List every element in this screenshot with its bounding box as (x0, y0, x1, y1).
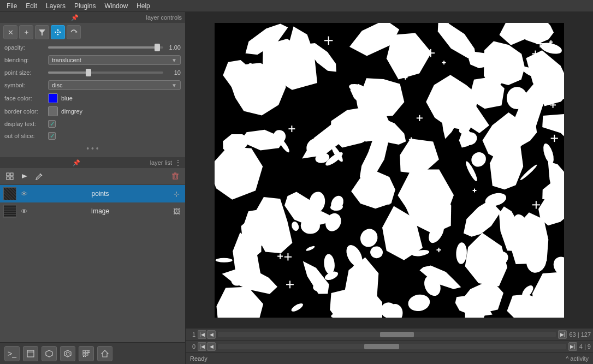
svg-marker-3 (55, 31, 56, 33)
symbol-selected: disc (52, 82, 63, 88)
svg-rect-7 (7, 173, 9, 176)
scroll-prev-1[interactable]: ◀ (207, 330, 216, 339)
scroll-start-1[interactable]: |◀ (198, 330, 206, 339)
window-btn[interactable] (23, 346, 38, 361)
scroll-track-1[interactable] (218, 332, 556, 337)
layer-list-header: 📌 layer list ⋮ (0, 157, 185, 168)
symbol-dropdown[interactable]: disc ▼ (48, 80, 181, 90)
shape-btn[interactable] (41, 346, 57, 361)
canvas-container[interactable] (186, 12, 593, 328)
layer-item-image[interactable]: 👁 Image 🖼 (0, 202, 185, 220)
scroll-end-1[interactable]: ▶| (558, 330, 567, 339)
svg-rect-12 (173, 174, 177, 179)
main-layout: 📌 layer controls ✕ ＋ (0, 12, 593, 364)
layer-controls-header: 📌 layer controls (0, 12, 185, 23)
console-btn[interactable]: >_ (4, 346, 20, 361)
face-color-name: blue (61, 95, 73, 102)
svg-rect-8 (10, 173, 13, 176)
point-size-fill (48, 71, 88, 74)
scroll-prev-2[interactable]: ◀ (207, 342, 216, 351)
opacity-thumb[interactable] (155, 44, 160, 51)
svg-rect-5 (57, 32, 58, 33)
menu-layers[interactable]: Layers (41, 1, 70, 11)
layer-arrow-btn[interactable] (18, 170, 31, 183)
scroll-nav-2: |◀ ◀ (198, 342, 216, 351)
symbol-label: symbol: (4, 82, 48, 88)
display-text-value: ✓ (48, 120, 181, 128)
layer-visibility-image[interactable]: 👁 (19, 206, 29, 217)
menu-plugins[interactable]: Plugins (70, 1, 100, 11)
blending-dropdown[interactable]: translucent ▼ (48, 55, 181, 65)
canvas-area: 1 |◀ ◀ ▶| 63 | 127 0 |◀ ◀ (186, 12, 593, 364)
layer-visibility-points[interactable]: 👁 (19, 188, 29, 199)
svg-rect-28 (83, 356, 84, 357)
svg-marker-4 (60, 31, 61, 33)
menu-window[interactable]: Window (100, 1, 132, 11)
scroll-nav-1: |◀ ◀ (198, 330, 216, 339)
controls-section: ✕ ＋ (0, 23, 185, 157)
svg-marker-1 (57, 29, 59, 31)
scroll-bar-2 (364, 344, 399, 349)
layer-edit-btn[interactable] (33, 170, 46, 183)
grid-btn[interactable] (79, 346, 94, 361)
face-color-value: blue (48, 93, 181, 103)
transform-btn[interactable] (67, 25, 81, 39)
main-canvas[interactable] (215, 23, 564, 318)
menu-file[interactable]: File (2, 1, 21, 11)
scroll-row-2: 0 |◀ ◀ ▶| 4 | 9 (186, 340, 593, 352)
svg-rect-24 (83, 353, 85, 355)
close-layer-btn[interactable]: ✕ (3, 25, 17, 39)
point-size-row: point size: 10 (0, 67, 185, 79)
blending-selected: translucent (52, 57, 81, 63)
display-text-checkbox[interactable]: ✓ (48, 120, 56, 128)
blending-value: translucent ▼ (48, 55, 181, 65)
scroll-nav-2-right: ▶| (568, 342, 577, 351)
menu-edit[interactable]: Edit (21, 1, 41, 11)
layer-controls-panel: 📌 layer controls ✕ ＋ (0, 12, 185, 157)
add-layer-btn[interactable]: ＋ (19, 25, 33, 39)
svg-rect-10 (10, 177, 13, 180)
display-text-label: display text: (4, 121, 48, 127)
scroll-end-2[interactable]: ▶| (568, 342, 577, 351)
svg-marker-19 (46, 350, 52, 357)
statusbar: Ready ^ activity (186, 352, 593, 364)
layer-list-menu-icon[interactable]: ⋮ (174, 158, 182, 167)
face-color-box[interactable] (48, 93, 58, 103)
scroll-start-2[interactable]: |◀ (198, 342, 206, 351)
move-btn[interactable] (51, 25, 65, 39)
layer-item-points[interactable]: 👁 points ⊹ (0, 185, 185, 202)
home-btn[interactable] (97, 346, 112, 361)
svg-marker-0 (39, 29, 45, 35)
opacity-track[interactable] (48, 46, 163, 49)
layer-thumb-points (3, 187, 16, 200)
border-color-box[interactable] (48, 106, 58, 116)
layer-name-image: Image (32, 207, 169, 215)
point-size-value: 10 (165, 69, 181, 76)
menu-help[interactable]: Help (132, 1, 155, 11)
point-size-thumb[interactable] (86, 69, 91, 76)
pin-icon: 📌 (71, 14, 79, 21)
layer-delete-btn[interactable] (169, 170, 182, 183)
left-panel: 📌 layer controls ✕ ＋ (0, 12, 186, 364)
point-size-label: point size: (4, 69, 48, 76)
filter-btn[interactable] (35, 25, 49, 39)
layer-controls-title: layer controls (146, 14, 182, 21)
svg-rect-22 (83, 350, 85, 353)
scroll-info-2: 4 | 9 (579, 343, 591, 350)
opacity-slider-container: 1.00 (48, 44, 181, 51)
opacity-value: 1.00 (165, 44, 181, 51)
scroll-bar-1 (380, 332, 414, 337)
more-options-dots[interactable]: • • • (0, 142, 185, 155)
out-of-slice-checkbox[interactable]: ✓ (48, 132, 56, 140)
scroll-track-2[interactable] (218, 344, 566, 349)
point-size-track[interactable] (48, 71, 163, 74)
layer-type-icon-image: 🖼 (171, 206, 182, 217)
scrollbars: 1 |◀ ◀ ▶| 63 | 127 0 |◀ ◀ (186, 328, 593, 352)
svg-rect-23 (86, 350, 88, 353)
shape2-btn[interactable] (60, 346, 75, 361)
scroll-num-2: 0 (188, 343, 195, 350)
status-text: Ready (190, 355, 566, 362)
layer-name-points: points (32, 190, 169, 198)
point-size-slider-container: 10 (48, 69, 181, 76)
layer-grid-btn[interactable] (3, 170, 16, 183)
